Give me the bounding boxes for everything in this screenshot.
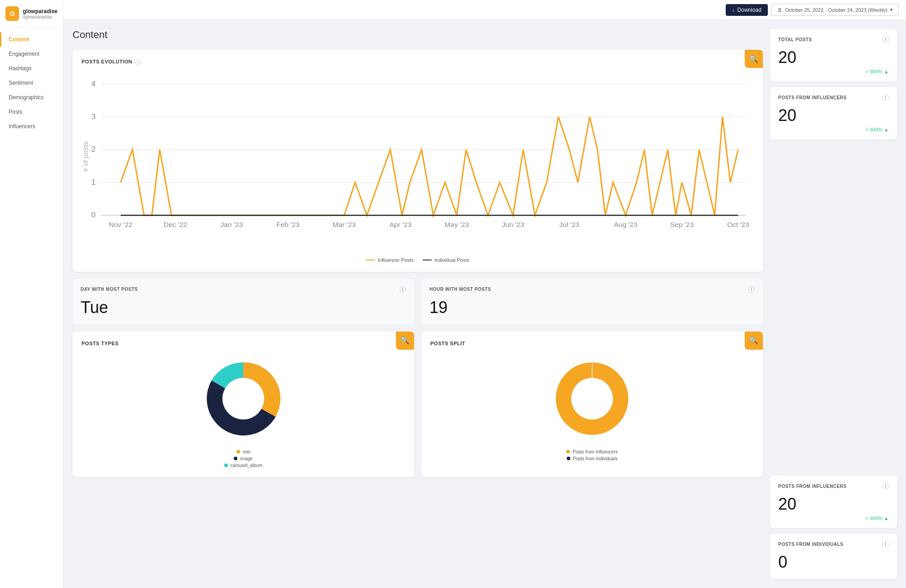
posts-split-search-icon[interactable]: 🔍 <box>745 332 763 350</box>
svg-text:0: 0 <box>91 210 96 219</box>
sidebar-item-sentiment[interactable]: Sentiment <box>0 76 63 90</box>
chart-container: 4 3 2 1 0 # of posts <box>82 71 754 252</box>
date-range-button[interactable]: 🗓 October 25, 2022 - October 24, 2023 (W… <box>771 4 899 16</box>
influencers-bottom-info-icon[interactable]: i <box>882 483 889 489</box>
donut-row: 🔍 POSTS TYPES <box>72 332 763 477</box>
total-posts-change: + 900% ▲ <box>778 69 889 74</box>
legend-influencer-label: Influencer Posts <box>378 257 414 263</box>
svg-text:Dec '22: Dec '22 <box>164 221 187 228</box>
download-label: Download <box>737 7 761 13</box>
calendar-icon: 🗓 <box>777 7 782 13</box>
individuals-dot <box>567 457 570 460</box>
posts-types-search-icon[interactable]: 🔍 <box>396 332 414 350</box>
topbar: ↓ Download 🗓 October 25, 2022 - October … <box>63 0 906 20</box>
influencers-dot <box>566 450 570 453</box>
sidebar-item-engagement[interactable]: Engagement <box>0 47 63 61</box>
search-icon[interactable]: 🔍 <box>745 50 763 68</box>
posts-evolution-chart: 4 3 2 1 0 # of posts <box>82 71 754 251</box>
avatar: G <box>5 6 19 21</box>
logo-handle: #glowparadise <box>23 14 58 19</box>
hour-most-posts-card: HOUR WITH MOST POSTS i 19 <box>421 279 763 324</box>
day-most-posts-value: Tue <box>81 298 406 317</box>
chevron-down-icon: ▾ <box>890 7 893 13</box>
svg-text:Oct '23: Oct '23 <box>727 221 749 228</box>
download-button[interactable]: ↓ Download <box>726 4 768 16</box>
logo-text: glowparadise #glowparadise <box>23 8 58 19</box>
posts-influencers-bottom-card: POSTS FROM INFLUENCERS i 20 + 900% ▲ <box>770 476 897 528</box>
sidebar-nav: Content Engagement Hashtags Sentiment De… <box>0 28 63 588</box>
influencers-top-info-icon[interactable]: i <box>882 94 889 101</box>
date-range-label: October 25, 2022 - October 24, 2023 (Wee… <box>785 7 887 13</box>
total-posts-value: 20 <box>778 48 889 67</box>
svg-text:Jul '23: Jul '23 <box>559 221 579 228</box>
influencers-split-label: Posts from Influencers <box>573 449 617 454</box>
carousel-dot <box>224 463 228 467</box>
posts-individuals-value: 0 <box>778 553 889 572</box>
legend-image: image <box>234 456 252 461</box>
total-posts-label: TOTAL POSTS i <box>778 36 889 43</box>
hour-info-icon[interactable]: i <box>748 286 755 293</box>
svg-text:Sep '23: Sep '23 <box>670 221 694 228</box>
sidebar-item-posts[interactable]: Posts <box>0 105 63 119</box>
logo-name: glowparadise <box>23 8 58 14</box>
total-posts-info-icon[interactable]: i <box>882 36 889 43</box>
content-area: Content 🔍 POSTS EVOLUTION i 4 3 2 1 <box>63 20 906 588</box>
reel-label: reel <box>243 449 251 454</box>
posts-split-title: POSTS SPLIT <box>430 341 754 346</box>
sidebar-item-hashtags[interactable]: Hashtags <box>0 61 63 76</box>
posts-influencers-bottom-change: + 900% ▲ <box>778 516 889 521</box>
svg-text:May '23: May '23 <box>444 221 469 228</box>
total-posts-card: TOTAL POSTS i 20 + 900% ▲ <box>770 29 897 82</box>
legend-reel: reel <box>236 449 251 454</box>
posts-influencers-top-label: POSTS FROM INFLUENCERS i <box>778 94 889 101</box>
page-title: Content <box>72 29 763 41</box>
svg-text:Nov '22: Nov '22 <box>109 221 132 228</box>
day-info-icon[interactable]: i <box>400 286 406 293</box>
posts-types-title: POSTS TYPES <box>82 341 405 346</box>
sidebar-item-influencers[interactable]: Influencers <box>0 119 63 134</box>
reel-dot <box>236 450 240 453</box>
posts-types-legend: reel image carousel_album <box>82 449 405 468</box>
legend-carousel: carousel_album <box>224 463 263 468</box>
posts-influencers-bottom-label: POSTS FROM INFLUENCERS i <box>778 483 889 489</box>
info-icon[interactable]: i <box>135 59 141 66</box>
svg-text:Feb '23: Feb '23 <box>276 221 299 228</box>
sidebar-item-demographics[interactable]: Demographics <box>0 90 63 105</box>
main-wrapper: ↓ Download 🗓 October 25, 2022 - October … <box>63 0 906 588</box>
individuals-info-icon[interactable]: i <box>882 541 889 547</box>
chart-legend: Influencer Posts Individual Posts <box>82 257 754 263</box>
individuals-split-label: Posts from Individuals <box>573 456 617 461</box>
legend-individual-label: Individual Posts <box>434 257 469 263</box>
image-dot <box>234 457 237 460</box>
posts-evolution-card: 🔍 POSTS EVOLUTION i 4 3 2 1 0 # <box>72 50 763 272</box>
posts-influencers-bottom-value: 20 <box>778 495 889 514</box>
hour-most-posts-value: 19 <box>429 298 755 317</box>
svg-text:Mar '23: Mar '23 <box>333 221 356 228</box>
legend-line-black <box>423 260 432 260</box>
right-panel: TOTAL POSTS i 20 + 900% ▲ POSTS FROM INF… <box>770 29 897 579</box>
posts-split-legend: Posts from Influencers Posts from Indivi… <box>430 449 754 461</box>
svg-text:Jun '23: Jun '23 <box>502 221 525 228</box>
legend-influencer: Influencer Posts <box>366 257 414 263</box>
sidebar-item-content[interactable]: Content <box>0 32 63 47</box>
posts-types-card: 🔍 POSTS TYPES <box>72 332 414 477</box>
sidebar-logo: G glowparadise #glowparadise <box>0 0 63 28</box>
svg-text:1: 1 <box>91 178 96 187</box>
hour-most-posts-label: HOUR WITH MOST POSTS i <box>429 286 755 293</box>
svg-point-24 <box>222 378 264 419</box>
svg-text:Aug '23: Aug '23 <box>614 221 637 228</box>
posts-influencers-top-value: 20 <box>778 106 889 125</box>
posts-individuals-label: POSTS FROM INDIVIDUALS i <box>778 541 889 547</box>
sidebar: G glowparadise #glowparadise Content Eng… <box>0 0 63 588</box>
posts-individuals-card: POSTS FROM INDIVIDUALS i 0 <box>770 534 897 579</box>
svg-text:2: 2 <box>91 145 96 154</box>
image-label: image <box>240 456 252 461</box>
spacer <box>770 145 897 470</box>
main-content: Content 🔍 POSTS EVOLUTION i 4 3 2 1 <box>72 29 763 579</box>
download-icon: ↓ <box>732 7 735 13</box>
posts-influencers-top-card: POSTS FROM INFLUENCERS i 20 + 900% ▲ <box>770 87 897 140</box>
legend-individuals-split: Posts from Individuals <box>567 456 617 461</box>
posts-influencers-top-change: + 900% ▲ <box>778 127 889 132</box>
svg-text:3: 3 <box>91 112 96 121</box>
svg-text:4: 4 <box>91 79 96 88</box>
